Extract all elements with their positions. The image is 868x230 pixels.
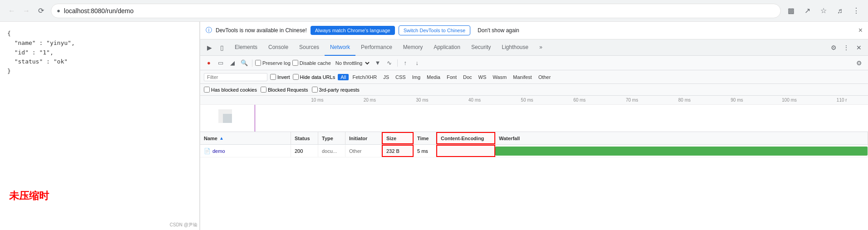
tab-lighthouse[interactable]: Lighthouse [496, 39, 534, 56]
devtools-panel: ⓘ DevTools is now available in Chinese! … [200, 22, 868, 230]
preserve-log-checkbox[interactable]: Preserve log [255, 60, 291, 66]
more-options-button[interactable]: ⋮ [841, 42, 852, 53]
timeline-ruler: 10 ms 20 ms 30 ms 40 ms 50 ms 60 ms 70 m… [200, 96, 868, 105]
th-content-encoding[interactable]: Content-Encoding [436, 132, 495, 144]
th-initiator[interactable]: Initiator [345, 132, 382, 144]
table-header: Name ▲ Status Type Initiator Size Time [200, 132, 868, 145]
th-waterfall-label: Waterfall [499, 136, 520, 141]
blocked-requests-input[interactable] [261, 87, 266, 93]
profile-button[interactable]: ♬ [833, 5, 846, 17]
back-button[interactable]: ← [5, 5, 18, 17]
row-status: 200 [295, 148, 303, 154]
td-type: docu... [318, 145, 345, 157]
th-type-label: Type [322, 136, 333, 141]
third-party-input[interactable] [312, 87, 318, 93]
close-devtools-button[interactable]: ✕ [853, 42, 864, 53]
share-button[interactable]: ↗ [801, 5, 814, 17]
third-party-checkbox[interactable]: 3rd-party requests [312, 87, 360, 93]
disable-cache-input[interactable] [292, 60, 298, 66]
disable-cache-checkbox[interactable]: Disable cache [292, 60, 331, 66]
th-waterfall[interactable]: Waterfall [495, 132, 868, 144]
switch-chinese-button[interactable]: Switch DevTools to Chinese [399, 25, 470, 35]
th-type[interactable]: Type [318, 132, 345, 144]
filter-input[interactable] [204, 73, 267, 81]
match-language-button[interactable]: Always match Chrome's language [311, 26, 395, 35]
separator-1 [252, 59, 252, 67]
hide-data-urls-input[interactable] [293, 74, 299, 80]
dismiss-button[interactable]: Don't show again [474, 25, 523, 35]
th-status[interactable]: Status [291, 132, 318, 144]
search-button[interactable]: 🔍 [239, 58, 249, 68]
notification-close-button[interactable]: × [858, 26, 863, 34]
record-button[interactable]: ● [204, 58, 214, 68]
filter-type-doc[interactable]: Doc [460, 74, 475, 80]
more-button[interactable]: ⋮ [850, 5, 863, 17]
th-name-label: Name [204, 136, 217, 141]
browser-actions: ▩ ↗ ☆ ♬ ⋮ [784, 5, 863, 17]
td-time: 5 ms [414, 145, 436, 157]
file-icon: 📄 [204, 148, 211, 154]
th-name[interactable]: Name ▲ [200, 132, 291, 144]
td-initiator: Other [345, 145, 382, 157]
tab-elements[interactable]: Elements [229, 39, 263, 56]
extra-filter-bar: Has blocked cookies Blocked Requests 3rd… [200, 84, 868, 96]
td-status: 200 [291, 145, 318, 157]
filter-types: All Fetch/XHR JS CSS Img Media Font Doc … [338, 74, 553, 80]
th-size[interactable]: Size [382, 132, 414, 144]
tab-memory[interactable]: Memory [398, 39, 428, 56]
filter-type-font[interactable]: Font [444, 74, 459, 80]
blocked-cookies-checkbox[interactable]: Has blocked cookies [204, 87, 257, 93]
device-toggle-button[interactable]: ▯ [217, 42, 227, 53]
th-time[interactable]: Time [414, 132, 436, 144]
filter-type-all[interactable]: All [338, 74, 349, 80]
info-icon: ⓘ [206, 26, 212, 34]
tick-80ms: 80 ms [658, 98, 711, 103]
tab-network[interactable]: Network [325, 39, 355, 56]
filter-type-css[interactable]: CSS [393, 74, 409, 80]
blocked-requests-checkbox[interactable]: Blocked Requests [261, 87, 308, 93]
filter-type-other[interactable]: Other [536, 74, 554, 80]
filter-type-js[interactable]: JS [380, 74, 392, 80]
tab-application[interactable]: Application [428, 39, 466, 56]
bookmark-button[interactable]: ☆ [817, 5, 830, 17]
inspect-element-button[interactable]: ▶ [204, 42, 215, 53]
tab-performance[interactable]: Performance [355, 39, 398, 56]
reload-button[interactable]: ⟳ [35, 5, 47, 17]
th-initiator-label: Initiator [349, 136, 367, 141]
invert-input[interactable] [270, 74, 276, 80]
row-time: 5 ms [417, 148, 428, 154]
nav-buttons: ← → ⟳ [5, 5, 47, 17]
table-row[interactable]: 📄 demo 200 docu... Other 232 B 5 ms [200, 145, 868, 157]
export-button[interactable]: ↓ [412, 58, 422, 68]
filter-type-wasm[interactable]: Wasm [490, 74, 509, 80]
cast-button[interactable]: ▩ [784, 5, 797, 17]
tab-security[interactable]: Security [466, 39, 496, 56]
sort-arrow-icon: ▲ [219, 136, 224, 141]
tab-console[interactable]: Console [263, 39, 294, 56]
filter-type-fetch[interactable]: Fetch/XHR [350, 74, 380, 80]
tick-90ms: 90 ms [710, 98, 763, 103]
blocked-cookies-input[interactable] [204, 87, 210, 93]
wifi-button[interactable]: ∿ [385, 58, 395, 68]
filter-button[interactable]: ◢ [227, 58, 237, 68]
filter-type-img[interactable]: Img [409, 74, 423, 80]
filter-type-ws[interactable]: WS [476, 74, 489, 80]
filter-type-media[interactable]: Media [424, 74, 443, 80]
preserve-log-input[interactable] [255, 60, 261, 66]
throttle-dropdown-button[interactable]: ▼ [373, 58, 383, 68]
tab-sources[interactable]: Sources [294, 39, 325, 56]
tick-30ms: 30 ms [396, 98, 449, 103]
hide-data-urls-checkbox[interactable]: Hide data URLs [293, 74, 335, 80]
row-initiator: Other [349, 148, 362, 154]
invert-checkbox[interactable]: Invert [270, 74, 290, 80]
url-text: localhost:8080/run/demo [64, 7, 775, 15]
forward-button[interactable]: → [20, 5, 33, 17]
import-button[interactable]: ↑ [400, 58, 410, 68]
settings-button[interactable]: ⚙ [828, 42, 839, 53]
tab-more[interactable]: » [534, 39, 548, 56]
address-bar[interactable]: ● localhost:8080/run/demo [51, 4, 781, 18]
filter-type-manifest[interactable]: Manifest [510, 74, 535, 80]
throttle-select[interactable]: No throttling [333, 60, 371, 66]
network-settings-button[interactable]: ⚙ [853, 58, 864, 69]
clear-button[interactable]: ▭ [216, 58, 226, 68]
